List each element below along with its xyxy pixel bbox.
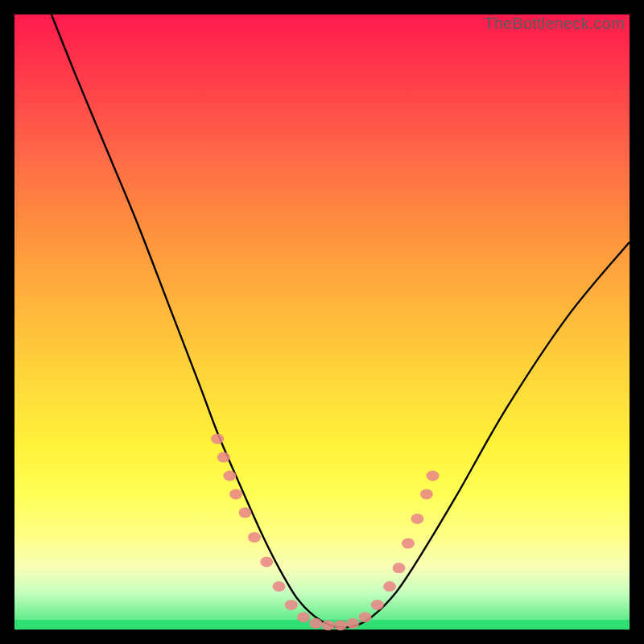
chart-svg	[14, 14, 630, 630]
marker-point	[239, 507, 252, 518]
marker-point	[322, 620, 335, 630]
marker-point	[260, 556, 273, 567]
bottleneck-curve	[52, 14, 630, 628]
marker-point	[273, 581, 286, 592]
chart-frame: TheBottleneck.com	[0, 0, 644, 644]
marker-point	[217, 452, 230, 463]
marker-point	[285, 600, 298, 610]
marker-point	[309, 618, 322, 629]
marker-point	[358, 612, 371, 622]
marker-point	[402, 539, 415, 549]
marker-point	[420, 489, 433, 499]
sample-markers	[211, 434, 439, 630]
marker-point	[383, 581, 396, 592]
plot-area: TheBottleneck.com	[14, 14, 630, 630]
marker-point	[229, 489, 242, 499]
marker-point	[393, 563, 406, 573]
marker-point	[371, 600, 384, 610]
marker-point	[248, 532, 261, 543]
marker-point	[297, 612, 310, 622]
marker-point	[211, 434, 224, 444]
marker-point	[411, 514, 423, 524]
marker-point	[223, 471, 236, 481]
marker-point	[346, 618, 359, 629]
marker-point	[334, 620, 347, 630]
marker-point	[427, 471, 440, 481]
